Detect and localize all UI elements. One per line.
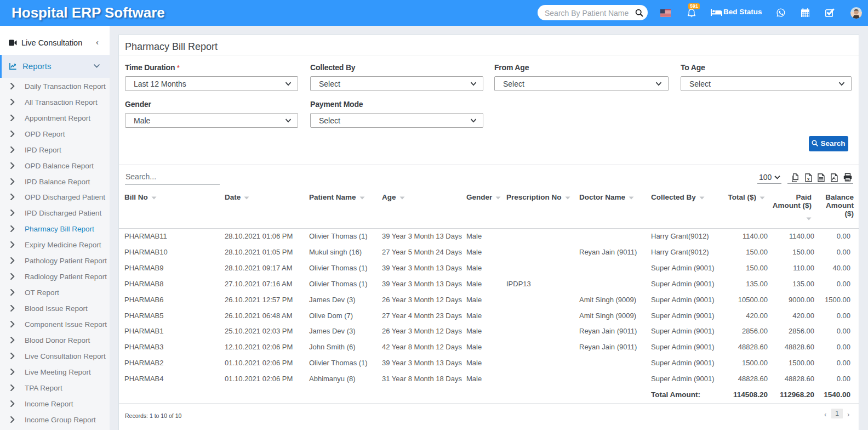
svg-text:x: x [807,176,810,182]
